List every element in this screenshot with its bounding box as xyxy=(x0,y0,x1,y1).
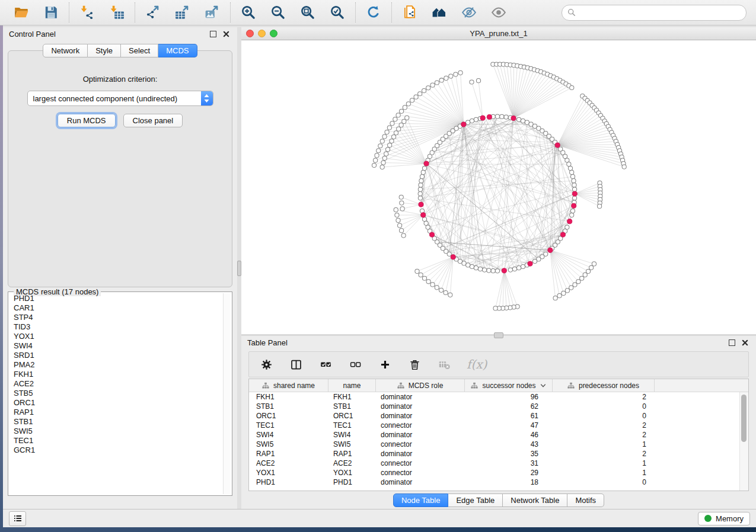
refresh-button[interactable] xyxy=(365,4,382,21)
table-row[interactable]: TEC1TEC1connector472 xyxy=(249,421,748,430)
graph-leaf-node[interactable] xyxy=(410,98,414,102)
graph-leaf-node[interactable] xyxy=(435,286,439,290)
cell-successor-nodes[interactable]: 18 xyxy=(465,477,553,487)
cell-successor-nodes[interactable]: 35 xyxy=(465,449,553,459)
cell-name[interactable]: YOX1 xyxy=(328,468,376,477)
graph-node[interactable] xyxy=(474,117,478,121)
graph-leaf-node[interactable] xyxy=(396,218,400,222)
cell-name[interactable]: ORC1 xyxy=(328,411,376,421)
graph-leaf-node[interactable] xyxy=(448,293,452,297)
mcds-result-item[interactable]: PMA2 xyxy=(10,360,222,370)
table-panel-float-button[interactable] xyxy=(726,338,737,348)
graph-leaf-node[interactable] xyxy=(400,207,404,211)
graph-leaf-node[interactable] xyxy=(387,126,391,130)
search-box[interactable] xyxy=(562,5,747,21)
table-row[interactable]: SWI5SWI5connector431 xyxy=(249,440,748,449)
graph-leaf-node[interactable] xyxy=(394,208,398,212)
graph-leaf-node[interactable] xyxy=(444,76,448,80)
memory-button[interactable]: Memory xyxy=(698,512,750,525)
graph-leaf-node[interactable] xyxy=(565,289,569,293)
graph-node[interactable] xyxy=(521,118,525,123)
cell-predecessor-nodes[interactable]: 1 xyxy=(553,440,655,449)
graph-leaf-node[interactable] xyxy=(372,163,376,167)
zoom-out-button[interactable] xyxy=(270,4,286,21)
graph-node[interactable] xyxy=(478,267,482,271)
graph-leaf-node[interactable] xyxy=(385,148,390,152)
cell-predecessor-nodes[interactable]: 0 xyxy=(553,402,655,411)
graph-node[interactable] xyxy=(495,269,499,273)
graph-node[interactable] xyxy=(516,117,521,121)
mcds-result-item[interactable]: FKH1 xyxy=(10,370,222,379)
graph-leaf-node[interactable] xyxy=(454,72,458,76)
graph-leaf-node[interactable] xyxy=(419,273,423,277)
graph-leaf-node[interactable] xyxy=(458,70,462,75)
mcds-result-item[interactable]: STB5 xyxy=(10,389,222,398)
graph-leaf-node[interactable] xyxy=(378,144,382,148)
graph-node[interactable] xyxy=(508,268,512,272)
tab-select[interactable]: Select xyxy=(121,44,158,57)
column-header-mcds-role[interactable]: MCDS role xyxy=(376,379,465,392)
search-input[interactable] xyxy=(579,8,741,18)
graph-node[interactable] xyxy=(516,266,521,270)
graph-node[interactable] xyxy=(466,263,470,267)
graph-leaf-node[interactable] xyxy=(597,204,601,209)
cell-successor-nodes[interactable]: 31 xyxy=(465,459,553,468)
hide-columns-button[interactable] xyxy=(348,357,362,371)
cell-predecessor-nodes[interactable]: 2 xyxy=(553,421,655,430)
table-row[interactable]: RAP1RAP1dominator352 xyxy=(249,449,748,459)
graph-node[interactable] xyxy=(419,183,423,187)
graph-leaf-node[interactable] xyxy=(622,165,626,169)
maximize-window-button[interactable] xyxy=(270,30,277,37)
graph-node[interactable] xyxy=(418,187,422,191)
close-window-button[interactable] xyxy=(246,30,254,37)
graph-leaf-node[interactable] xyxy=(557,294,562,298)
table-panel-close-button[interactable] xyxy=(739,338,750,348)
graph-leaf-node[interactable] xyxy=(401,233,406,238)
graph-leaf-node[interactable] xyxy=(405,116,409,120)
graph-mcds-node[interactable] xyxy=(502,268,506,273)
column-header-shared-name[interactable]: shared name xyxy=(249,379,328,392)
cell-name[interactable]: PHD1 xyxy=(328,477,376,487)
cell-mcds-role[interactable]: connector xyxy=(376,421,465,430)
graph-leaf-node[interactable] xyxy=(384,152,388,156)
cell-predecessor-nodes[interactable]: 2 xyxy=(553,392,655,402)
graph-node[interactable] xyxy=(570,170,574,174)
graph-leaf-node[interactable] xyxy=(395,213,399,217)
graph-leaf-node[interactable] xyxy=(592,262,596,266)
graph-node[interactable] xyxy=(466,120,470,124)
zoom-in-button[interactable] xyxy=(240,4,257,21)
first-neighbors-button[interactable] xyxy=(431,4,448,21)
graph-node[interactable] xyxy=(420,174,424,178)
cell-shared-name[interactable]: SWI5 xyxy=(249,440,328,449)
cell-name[interactable]: SWI5 xyxy=(328,440,376,449)
graph-leaf-node[interactable] xyxy=(402,119,406,123)
cell-successor-nodes[interactable]: 47 xyxy=(465,421,553,430)
graph-node[interactable] xyxy=(470,264,474,268)
graph-leaf-node[interactable] xyxy=(430,283,435,287)
graph-node[interactable] xyxy=(570,174,575,178)
run-mcds-button[interactable]: Run MCDS xyxy=(58,114,116,127)
graph-leaf-node[interactable] xyxy=(444,290,448,294)
cell-predecessor-nodes[interactable]: 1 xyxy=(553,468,655,477)
graph-leaf-node[interactable] xyxy=(470,80,474,84)
graph-mcds-node[interactable] xyxy=(555,143,560,148)
mcds-result-item[interactable]: YOX1 xyxy=(10,332,222,341)
graph-leaf-node[interactable] xyxy=(426,280,430,284)
graph-leaf-node[interactable] xyxy=(426,86,430,90)
graph-leaf-node[interactable] xyxy=(435,81,439,85)
cell-name[interactable]: STB1 xyxy=(328,402,376,411)
import-network-button[interactable] xyxy=(79,4,95,21)
zoom-selected-button[interactable] xyxy=(329,4,346,21)
graph-node[interactable] xyxy=(422,166,426,170)
cell-successor-nodes[interactable]: 43 xyxy=(465,440,553,449)
graph-leaf-node[interactable] xyxy=(399,195,403,199)
control-panel-close-button[interactable] xyxy=(221,29,231,40)
graph-leaf-node[interactable] xyxy=(415,269,419,273)
graph-leaf-node[interactable] xyxy=(381,161,385,165)
graph-leaf-node[interactable] xyxy=(385,130,389,134)
save-session-button[interactable] xyxy=(43,4,59,21)
cell-shared-name[interactable]: ACE2 xyxy=(249,459,328,468)
tab-node-table[interactable]: Node Table xyxy=(393,493,449,507)
mcds-result-item[interactable]: GCR1 xyxy=(10,446,222,455)
graph-node[interactable] xyxy=(487,268,491,273)
